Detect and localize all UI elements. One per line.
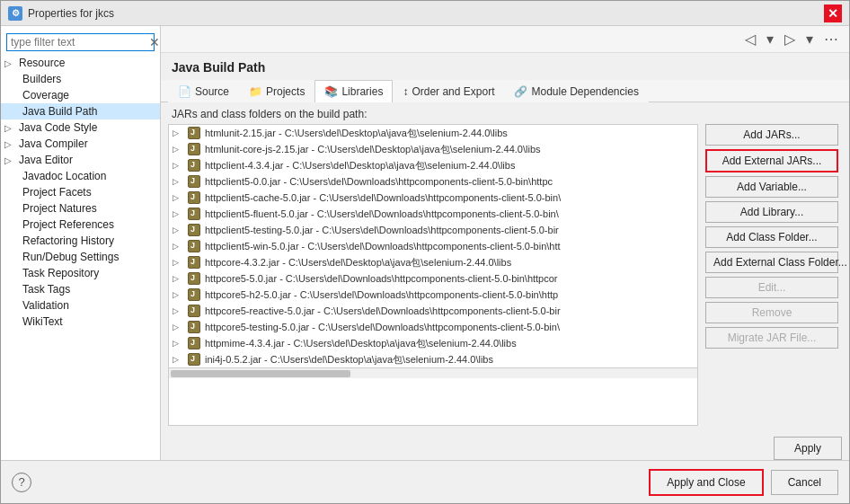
- sidebar-item-java-code-style[interactable]: ▷ Java Code Style: [1, 119, 160, 136]
- sidebar-item-label: Java Code Style: [19, 121, 97, 134]
- edit-button[interactable]: Edit...: [705, 277, 838, 298]
- jars-label: JARs and class folders on the build path…: [161, 102, 849, 124]
- filter-clear-button[interactable]: ✕: [149, 34, 160, 50]
- add-library-button[interactable]: Add Library...: [705, 201, 838, 223]
- sidebar-item-label: Project Facets: [22, 186, 92, 199]
- sidebar-item-run-debug-settings[interactable]: Run/Debug Settings: [1, 249, 160, 265]
- cancel-button[interactable]: Cancel: [771, 470, 838, 495]
- sidebar-item-java-build-path[interactable]: Java Build Path: [1, 103, 160, 119]
- list-item[interactable]: ▷ httpclient5-testing-5.0.jar - C:\Users…: [169, 222, 697, 238]
- filter-input[interactable]: [7, 34, 149, 50]
- add-external-class-folder-button[interactable]: Add External Class Folder...: [705, 252, 838, 273]
- list-item[interactable]: ▷ httpmime-4.3.4.jar - C:\Users\del\Desk…: [169, 335, 697, 351]
- add-variable-button[interactable]: Add Variable...: [705, 176, 838, 198]
- nav-forward-button[interactable]: ▷: [781, 29, 799, 49]
- window-title: Properties for jkcs: [28, 7, 114, 20]
- sidebar-item-label: Java Compiler: [19, 137, 88, 150]
- sidebar-item-java-editor[interactable]: ▷ Java Editor: [1, 152, 160, 168]
- list-item[interactable]: ▷ httpclient-4.3.4.jar - C:\Users\del\De…: [169, 157, 697, 173]
- sidebar-item-project-references[interactable]: Project References: [1, 217, 160, 233]
- jar-path: httpcore5-testing-5.0.jar - C:\Users\del…: [205, 322, 560, 332]
- nav-dropdown2-button[interactable]: ▾: [802, 29, 817, 49]
- list-item[interactable]: ▷ httpclient5-0.0.jar - C:\Users\del\Dow…: [169, 173, 697, 190]
- nav-more-button[interactable]: ⋯: [820, 29, 842, 49]
- expand-icon: ▷: [173, 290, 183, 299]
- sidebar-item-javadoc-location[interactable]: Javadoc Location: [1, 168, 160, 184]
- window-icon: ⚙: [8, 6, 22, 21]
- expand-icon: ▷: [173, 193, 183, 202]
- tab-order-export[interactable]: ↕ Order and Export: [393, 80, 504, 102]
- tab-libraries[interactable]: 📚 Libraries: [314, 80, 393, 102]
- list-item[interactable]: ▷ htmlunit-2.15.jar - C:\Users\del\Deskt…: [169, 125, 697, 141]
- sidebar-item-label: Builders: [22, 73, 61, 85]
- list-item[interactable]: ▷ httpclient5-win-5.0.jar - C:\Users\del…: [169, 238, 697, 254]
- horizontal-scrollbar[interactable]: [169, 367, 697, 378]
- expand-icon: ▷: [173, 225, 183, 234]
- tab-source-label: Source: [195, 85, 229, 98]
- list-item[interactable]: ▷ httpclient5-cache-5.0.jar - C:\Users\d…: [169, 190, 697, 206]
- sidebar-item-label: Task Tags: [22, 283, 70, 296]
- sidebar-item-project-facets[interactable]: Project Facets: [1, 184, 160, 200]
- main-window: ⚙ Properties for jkcs ✕ ✕ ▷ Resource Bui…: [0, 0, 850, 504]
- expand-icon: ▷: [173, 177, 183, 186]
- add-external-jars-button[interactable]: Add External JARs...: [705, 149, 838, 172]
- sidebar-item-java-compiler[interactable]: ▷ Java Compiler: [1, 136, 160, 152]
- projects-icon: 📁: [249, 85, 262, 98]
- sidebar-item-resource[interactable]: ▷ Resource: [1, 55, 160, 71]
- list-item[interactable]: ▷ httpcore5-reactive-5.0.jar - C:\Users\…: [169, 303, 697, 319]
- sidebar-item-wiki-text[interactable]: WikiText: [1, 314, 160, 330]
- help-icon[interactable]: ?: [12, 473, 31, 492]
- sidebar-item-builders[interactable]: Builders: [1, 71, 160, 87]
- sidebar-item-coverage[interactable]: Coverage: [1, 87, 160, 103]
- remove-button[interactable]: Remove: [705, 302, 838, 323]
- sidebar-item-label: Coverage: [22, 89, 69, 102]
- source-icon: 📄: [178, 85, 191, 98]
- jar-icon: [187, 239, 201, 253]
- list-item[interactable]: ▷ httpclient5-fluent-5.0.jar - C:\Users\…: [169, 206, 697, 222]
- sidebar-item-project-natures[interactable]: Project Natures: [1, 200, 160, 217]
- expand-icon: ▷: [173, 209, 183, 218]
- add-class-folder-button[interactable]: Add Class Folder...: [705, 226, 838, 248]
- migrate-jar-button[interactable]: Migrate JAR File...: [705, 327, 838, 349]
- close-button[interactable]: ✕: [824, 4, 842, 22]
- tree-arrow: ▷: [4, 123, 15, 133]
- nav-dropdown-button[interactable]: ▾: [763, 29, 777, 49]
- apply-button[interactable]: Apply: [774, 437, 842, 460]
- jar-path: htmlunit-core-js-2.15.jar - C:\Users\del…: [205, 143, 541, 156]
- jar-list[interactable]: ▷ htmlunit-2.15.jar - C:\Users\del\Deskt…: [168, 124, 698, 426]
- expand-icon: ▷: [173, 339, 183, 348]
- jar-icon: [187, 190, 201, 205]
- tab-source[interactable]: 📄 Source: [168, 80, 239, 102]
- tree-arrow: ▷: [4, 58, 15, 68]
- jar-path: httpcore-4.3.2.jar - C:\Users\del\Deskto…: [205, 256, 511, 270]
- tab-projects[interactable]: 📁 Projects: [239, 80, 314, 102]
- content-area: ✕ ▷ Resource Builders Coverage Java Buil…: [1, 26, 849, 460]
- main-panel: ◁ ▾ ▷ ▾ ⋯ Java Build Path 📄 Source 📁 Pro…: [161, 26, 849, 460]
- sidebar-item-label: Project Natures: [22, 202, 97, 215]
- sidebar-item-task-repository[interactable]: Task Repository: [1, 265, 160, 281]
- list-item[interactable]: ▷ ini4j-0.5.2.jar - C:\Users\del\Desktop…: [169, 351, 697, 367]
- expand-icon: ▷: [173, 258, 183, 267]
- scrollbar-thumb: [171, 370, 350, 377]
- tab-module-deps[interactable]: 🔗 Module Dependencies: [504, 80, 648, 102]
- list-item[interactable]: ▷ httpcore5-5.0.jar - C:\Users\del\Downl…: [169, 270, 697, 287]
- list-item[interactable]: ▷ httpcore5-h2-5.0.jar - C:\Users\del\Do…: [169, 287, 697, 303]
- jar-icon: [187, 271, 201, 286]
- list-item[interactable]: ▷ htmlunit-core-js-2.15.jar - C:\Users\d…: [169, 141, 697, 157]
- sidebar-item-validation[interactable]: Validation: [1, 297, 160, 314]
- jar-icon: [187, 336, 201, 350]
- jar-icon: [187, 174, 201, 189]
- panel-body: JARs and class folders on the build path…: [161, 102, 849, 460]
- add-jars-button[interactable]: Add JARs...: [705, 124, 838, 146]
- sidebar-item-refactoring-history[interactable]: Refactoring History: [1, 233, 160, 249]
- apply-and-close-button[interactable]: Apply and Close: [649, 469, 763, 496]
- list-item[interactable]: ▷ httpcore-4.3.2.jar - C:\Users\del\Desk…: [169, 254, 697, 270]
- tab-order-label: Order and Export: [412, 85, 494, 98]
- jar-path: httpcore5-h2-5.0.jar - C:\Users\del\Down…: [205, 289, 558, 300]
- nav-back-button[interactable]: ◁: [741, 29, 759, 49]
- list-item[interactable]: ▷ httpcore5-testing-5.0.jar - C:\Users\d…: [169, 319, 697, 335]
- sidebar-item-label: Validation: [22, 299, 69, 312]
- tree-arrow: ▷: [4, 139, 15, 149]
- sidebar-item-task-tags[interactable]: Task Tags: [1, 281, 160, 297]
- jar-path: httpclient5-win-5.0.jar - C:\Users\del\D…: [205, 241, 561, 252]
